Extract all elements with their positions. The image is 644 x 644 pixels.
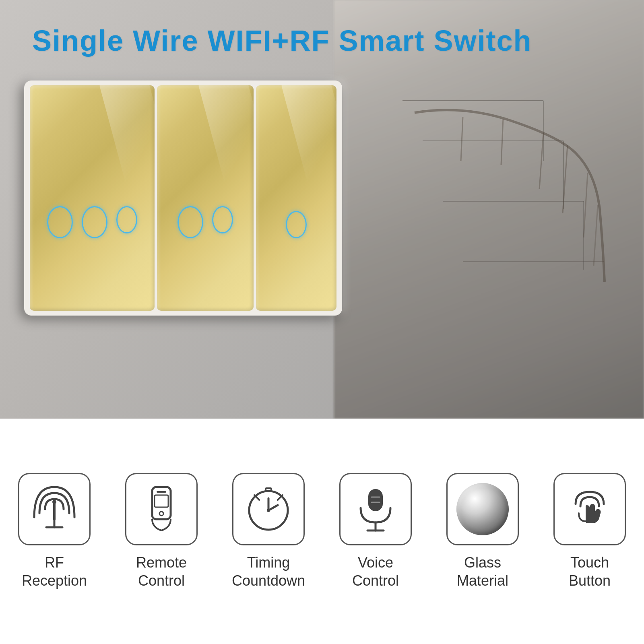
bottom-section: RFReception RemoteControl bbox=[0, 419, 644, 644]
feature-remote-control: RemoteControl bbox=[108, 473, 215, 590]
switch-base bbox=[24, 80, 342, 316]
remote-control-icon-box bbox=[125, 473, 198, 545]
staircase-decoration bbox=[382, 80, 624, 362]
touch-button-label: TouchButton bbox=[569, 553, 611, 590]
switch-panel-3gang bbox=[30, 85, 155, 311]
feature-timing-countdown: TimingCountdown bbox=[215, 473, 322, 590]
svg-line-11 bbox=[584, 173, 588, 237]
touch-circles-2gang bbox=[157, 206, 254, 238]
feature-glass-material: GlassMaterial bbox=[429, 473, 536, 590]
touch-circle-6[interactable] bbox=[286, 211, 307, 238]
feature-rf-reception: RFReception bbox=[1, 473, 108, 590]
remote-icon bbox=[135, 483, 188, 535]
touch-circle-4[interactable] bbox=[178, 206, 203, 238]
remote-control-label: RemoteControl bbox=[136, 553, 187, 590]
glass-material-icon-box bbox=[446, 473, 519, 545]
svg-rect-24 bbox=[266, 488, 271, 491]
glass-material-label: GlassMaterial bbox=[457, 553, 508, 590]
svg-point-20 bbox=[159, 512, 163, 516]
rf-icon bbox=[28, 483, 80, 535]
timing-countdown-label: TimingCountdown bbox=[232, 553, 305, 590]
page-title: Single Wire WIFI+RF Smart Switch bbox=[32, 24, 532, 57]
touch-circle-1[interactable] bbox=[47, 206, 73, 238]
touch-circles-3gang bbox=[30, 206, 155, 238]
timing-countdown-icon-box bbox=[232, 473, 305, 545]
svg-rect-28 bbox=[368, 489, 383, 511]
mic-icon bbox=[349, 483, 402, 535]
touch-icon bbox=[564, 483, 616, 535]
touch-circle-2[interactable] bbox=[82, 206, 107, 238]
touch-button-icon-box bbox=[553, 473, 626, 545]
svg-rect-19 bbox=[155, 495, 168, 507]
switch-panel-2gang bbox=[157, 85, 254, 311]
clock-icon bbox=[242, 483, 295, 535]
switch-panel-container bbox=[24, 80, 342, 316]
svg-line-7 bbox=[461, 117, 463, 161]
touch-circles-1gang bbox=[256, 211, 336, 238]
feature-touch-button: TouchButton bbox=[536, 473, 643, 590]
touch-circle-3[interactable] bbox=[116, 206, 137, 233]
rf-reception-label: RFReception bbox=[22, 553, 87, 590]
voice-control-label: VoiceControl bbox=[352, 553, 399, 590]
svg-point-27 bbox=[267, 509, 270, 512]
feature-voice-control: VoiceControl bbox=[322, 473, 429, 590]
top-section: Single Wire WIFI+RF Smart Switch bbox=[0, 0, 644, 419]
voice-control-icon-box bbox=[339, 473, 412, 545]
svg-line-8 bbox=[501, 119, 503, 165]
rf-reception-icon-box bbox=[18, 473, 91, 545]
switch-panel-1gang bbox=[256, 85, 336, 311]
glass-icon bbox=[456, 483, 509, 535]
svg-point-14 bbox=[52, 500, 56, 504]
svg-line-12 bbox=[594, 205, 598, 266]
touch-circle-5[interactable] bbox=[212, 206, 233, 233]
